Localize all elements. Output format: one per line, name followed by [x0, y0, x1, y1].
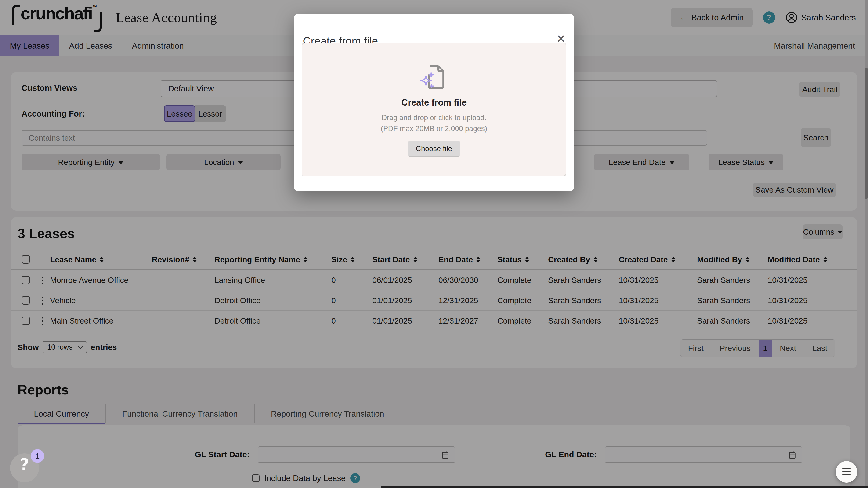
file-sparkle-icon [420, 62, 448, 92]
help-launcher-button[interactable]: ? 1 [10, 453, 39, 482]
file-dropzone[interactable]: Create from file Drag and drop or click … [302, 42, 566, 176]
notification-badge: 1 [31, 449, 44, 463]
create-from-file-modal: Create from file ✕ Create from file Drag… [294, 14, 574, 191]
dropzone-title: Create from file [402, 97, 467, 108]
dropzone-limits: (PDF max 20MB or 2,000 pages) [381, 123, 487, 134]
dropzone-instruction: Drag and drop or click to upload. [381, 112, 487, 123]
hamburger-icon [842, 468, 851, 469]
choose-file-button[interactable]: Choose file [408, 141, 460, 156]
menu-fab-button[interactable] [836, 461, 857, 483]
